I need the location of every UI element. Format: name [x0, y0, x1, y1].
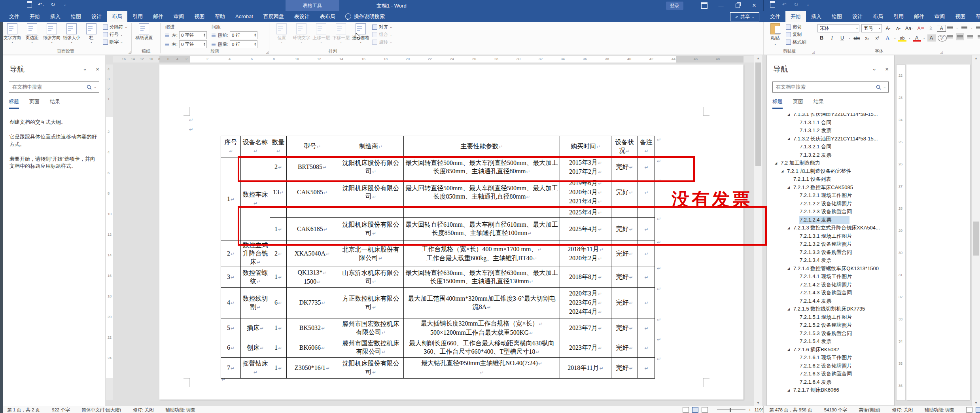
page-setup-small-0[interactable]: 分隔符⌄	[103, 24, 127, 30]
tab-mailings[interactable]: 邮件	[909, 11, 929, 22]
table-cell[interactable]: 2018年8月↵	[560, 267, 611, 288]
tab-help[interactable]: 帮助	[971, 11, 980, 22]
table-cell[interactable]: 山东沂水机床有限公司↵	[338, 267, 404, 288]
page-setup-button-3[interactable]: 纸张大小⌄	[62, 23, 81, 43]
text-effects-button[interactable]: A	[884, 34, 892, 42]
tell-me-search[interactable]: 操作说明搜索	[341, 11, 390, 22]
nav-pane-close-icon[interactable]: ×	[96, 66, 99, 72]
table-cell[interactable]: 型号↵	[287, 136, 338, 157]
print-layout-icon[interactable]	[976, 407, 980, 413]
qat-customize-icon[interactable]: ⌄	[62, 1, 68, 8]
heading-item[interactable]: 7.2.1.6.1 现场工作图片	[767, 354, 893, 362]
multilevel-list-button[interactable]	[975, 24, 980, 31]
align-left-button[interactable]	[946, 33, 954, 40]
scroll-up-icon[interactable]: ▲	[972, 57, 980, 60]
tab-view[interactable]: 视图	[189, 11, 210, 22]
cut-button[interactable]: 剪切	[786, 24, 806, 30]
paragraph-dialog-launcher[interactable]: ◿	[266, 51, 269, 54]
collapse-triangle-icon[interactable]: ◢	[787, 388, 793, 392]
tab-baidu-pan[interactable]: 百度网盘	[258, 11, 289, 22]
table-cell[interactable]: 数控线切割↵	[241, 288, 270, 318]
table-cell[interactable]: 2023年7月↵	[560, 338, 611, 358]
table-cell[interactable]: 设备状况↵	[611, 136, 638, 157]
collapse-triangle-icon[interactable]: ◢	[775, 161, 780, 165]
table-cell[interactable]: 最大刨削长度660、工作台最大移动距离横向630纵向360、工作台尺寸660*4…	[404, 338, 560, 358]
heading-item[interactable]: 7.2.1.4.2 设备铭牌照片	[767, 281, 893, 289]
table-cell[interactable]: 最大插销长度320mm工作台规格（宽×长）↵500×1200mm工作台最大载重5…	[404, 318, 560, 338]
save-icon[interactable]	[26, 1, 32, 8]
page-setup-button-2[interactable]: 纸张方向⌄	[42, 23, 62, 43]
table-cell[interactable]: 主要性能参数↵	[404, 136, 560, 157]
status-item[interactable]: 922 个字	[52, 407, 70, 413]
zoom-in-icon[interactable]: +	[749, 407, 751, 412]
heading-item[interactable]: ◢7.2 加工制造能力	[767, 159, 893, 167]
read-mode-icon[interactable]	[683, 407, 689, 413]
status-item[interactable]: 简体中文(中国大陆)	[81, 407, 121, 413]
bullets-button[interactable]	[946, 24, 954, 31]
clipboard-dialog-launcher[interactable]: ◿	[812, 51, 815, 54]
table-cell[interactable]: 沈阳机床股份有限公司↵	[338, 358, 404, 379]
table-cell[interactable]: 6↵	[270, 288, 287, 318]
share-button[interactable]: ⇗共享⌄	[730, 12, 759, 21]
nav-tab-页面[interactable]: 页面	[29, 98, 40, 109]
table-cell[interactable]: ↵	[638, 288, 655, 318]
table-cell[interactable]: Z3050*16/1↵	[287, 358, 338, 379]
status-item[interactable]: 英语(美国)	[859, 407, 880, 413]
vertical-ruler[interactable]: 432124681012141618202224	[106, 64, 113, 400]
collapse-triangle-icon[interactable]: ◢	[787, 137, 793, 140]
subscript-button[interactable]: x₂	[863, 34, 871, 42]
table-cell[interactable]: BK6066↵	[287, 338, 338, 358]
heading-item[interactable]: ◢7.1.3.1 长庆油田Y221CY114*58-15...	[767, 113, 893, 119]
scrollbar-thumb[interactable]	[973, 222, 979, 256]
nav-tab-结果[interactable]: 结果	[814, 98, 824, 109]
table-cell[interactable]: ↵	[638, 338, 655, 358]
table-cell[interactable]: 滕州市国宏数控机床有限公司↵	[338, 318, 404, 338]
zoom-out-icon[interactable]: −	[711, 407, 714, 412]
collapse-triangle-icon[interactable]: ◢	[787, 113, 793, 116]
heading-item[interactable]: 7.2.1.6.3 设备购置合同	[767, 370, 893, 378]
undo-icon[interactable]: ↶	[781, 1, 787, 8]
heading-item[interactable]: 7.2.1.6.2 设备铭牌照片	[767, 362, 893, 370]
table-cell[interactable]: 1↵	[270, 358, 287, 379]
tab-file[interactable]: 文件	[765, 11, 785, 22]
minimize-icon[interactable]: —	[713, 0, 729, 11]
heading-item[interactable]: ◢7.2.1.4 数控管螺纹车床QK1313*1500	[767, 265, 893, 273]
table-cell[interactable]: 购买时间↵	[560, 136, 611, 157]
collapse-triangle-icon[interactable]: ◢	[787, 348, 793, 351]
nav-pane-chevron-down-icon[interactable]: ⌄	[872, 66, 876, 72]
table-cell[interactable]: 完好↵	[611, 358, 638, 379]
signin-button[interactable]: 登录	[666, 2, 683, 10]
bold-button[interactable]: B	[817, 34, 826, 42]
tab-review[interactable]: 审阅	[929, 11, 950, 22]
status-item[interactable]: 第 478 页，共 956 页	[769, 407, 812, 413]
indent-right-input[interactable]: 0 字符▲▼	[179, 40, 207, 48]
heading-item[interactable]: 7.2.1.1 设备列表	[767, 175, 893, 184]
grow-font-button[interactable]: A▴	[884, 25, 892, 32]
heading-item[interactable]: ◢7.2.1.7 刨床BK6066	[767, 386, 893, 394]
collapse-triangle-icon[interactable]: ◢	[781, 169, 787, 173]
table-cell[interactable]: 数控管螺纹↵	[241, 267, 270, 288]
scroll-down-icon[interactable]: ▼	[754, 401, 762, 405]
right-vertical-scrollbar[interactable]: ▲ ▼	[971, 55, 980, 406]
heading-item[interactable]: 7.2.1.3.1 现场工作图片	[767, 232, 893, 241]
heading-item[interactable]: 7.2.1.5.1 现场工作图片	[767, 313, 893, 322]
table-cell[interactable]: ↵	[638, 318, 655, 338]
collapse-triangle-icon[interactable]: ◢	[787, 267, 793, 270]
table-cell[interactable]: 1↵	[270, 318, 287, 338]
horizontal-ruler[interactable]: 1614121086422468101214161820222426283032…	[113, 56, 754, 63]
print-layout-icon[interactable]	[692, 407, 698, 413]
page-setup-small-1[interactable]: 行号⌄	[103, 32, 127, 38]
heading-item[interactable]: 7.1.3.2.2 发票	[767, 151, 893, 159]
scroll-up-icon[interactable]: ▲	[754, 57, 762, 60]
table-cell[interactable]: 方正数控机床有限公司↵	[338, 288, 404, 318]
tab-references[interactable]: 引用	[127, 11, 148, 22]
table-cell[interactable]: 5↵	[221, 318, 241, 338]
table-cell[interactable]: 最大加工范围400mm*320mm加工锥度3-6°最大切割电流8A↵	[404, 288, 560, 318]
tab-draw[interactable]: 绘图	[66, 11, 86, 22]
tab-home[interactable]: 开始	[785, 11, 806, 22]
tab-layout[interactable]: 布局	[107, 11, 127, 22]
scroll-down-icon[interactable]: ▼	[972, 401, 980, 405]
scrollbar-thumb[interactable]	[755, 63, 761, 166]
character-shading-button[interactable]: A	[927, 34, 936, 42]
tab-insert[interactable]: 插入	[45, 11, 66, 22]
